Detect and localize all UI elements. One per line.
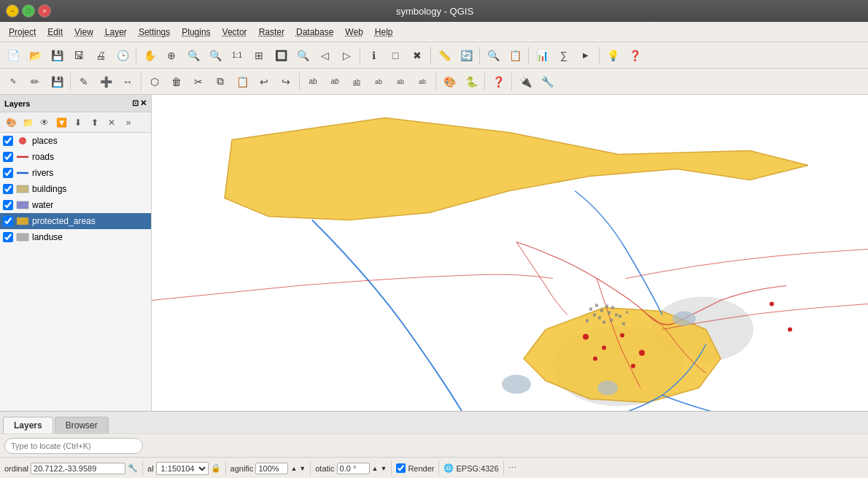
menu-item-project[interactable]: Project bbox=[3, 26, 42, 39]
save-edits-button[interactable]: 💾 bbox=[47, 72, 67, 92]
stat-button[interactable]: 📊 bbox=[532, 45, 552, 66]
layer-checkbox-water[interactable] bbox=[3, 200, 13, 210]
render-checkbox[interactable] bbox=[396, 463, 406, 473]
scale-select[interactable]: 1:150104 bbox=[156, 462, 209, 475]
node-tool-button[interactable]: ⬡ bbox=[144, 72, 165, 92]
menu-item-web[interactable]: Web bbox=[339, 26, 368, 39]
filter-layer-button[interactable]: 🔽 bbox=[53, 115, 69, 131]
layers-close-button[interactable]: ✕ bbox=[140, 99, 147, 108]
layer-checkbox-rivers[interactable] bbox=[3, 168, 13, 178]
layers-float-button[interactable]: ⊡ bbox=[132, 99, 139, 108]
menu-item-vector[interactable]: Vector bbox=[217, 26, 253, 39]
print-button[interactable]: 🖨 bbox=[90, 45, 111, 66]
copy-feature-button[interactable]: ⧉ bbox=[210, 72, 230, 92]
deselect-button[interactable]: ✖ bbox=[407, 45, 427, 66]
menu-item-help[interactable]: Help bbox=[369, 26, 399, 39]
qgis-help-button[interactable]: ❓ bbox=[488, 72, 508, 92]
expand-all-button[interactable]: ⬇ bbox=[70, 115, 86, 131]
rotation-input[interactable] bbox=[337, 463, 370, 474]
label5-btn[interactable]: ab bbox=[390, 72, 411, 92]
plugin1-button[interactable]: 🔌 bbox=[515, 72, 535, 92]
undo-history-button[interactable]: 🕒 bbox=[112, 45, 133, 66]
delete-selected-button[interactable]: 🗑 bbox=[166, 72, 187, 92]
script-button[interactable]: ▶ bbox=[576, 45, 596, 66]
move-feature-button[interactable]: ↔ bbox=[117, 72, 138, 92]
label2-btn[interactable]: ab bbox=[325, 72, 345, 92]
menu-item-raster[interactable]: Raster bbox=[253, 26, 290, 39]
layer-item-protected_areas[interactable]: protected_areas bbox=[0, 213, 151, 229]
digitize-button[interactable]: ✎ bbox=[74, 72, 94, 92]
label6-btn[interactable]: ab bbox=[412, 72, 433, 92]
rotation-up[interactable]: ▲ bbox=[372, 465, 379, 472]
zoom-full-button[interactable]: ⊞ bbox=[249, 45, 269, 66]
cut-feature-button[interactable]: ✂ bbox=[188, 72, 209, 92]
add-group-button[interactable]: 📁 bbox=[20, 115, 36, 131]
calc-button[interactable]: ∑ bbox=[554, 45, 574, 66]
rotation-down[interactable]: ▼ bbox=[380, 465, 387, 472]
select-button[interactable]: □ bbox=[385, 45, 406, 66]
epsg-seg[interactable]: 🌐 EPSG:4326 bbox=[443, 461, 503, 476]
menu-item-edit[interactable]: Edit bbox=[42, 26, 69, 39]
locate-input[interactable] bbox=[4, 438, 143, 454]
tips-button[interactable]: 💡 bbox=[602, 45, 623, 66]
layer-checkbox-landuse[interactable] bbox=[3, 232, 13, 242]
identify-button[interactable]: ℹ bbox=[363, 45, 384, 66]
open-button[interactable]: 📂 bbox=[25, 45, 45, 66]
measure-button[interactable]: 📏 bbox=[434, 45, 454, 66]
pan-button[interactable]: ✋ bbox=[139, 45, 160, 66]
new-project-button[interactable]: 📄 bbox=[3, 45, 23, 66]
help-button[interactable]: ❓ bbox=[624, 45, 645, 66]
current-edits-button[interactable]: ✎ bbox=[3, 72, 23, 92]
menu-item-view[interactable]: View bbox=[69, 26, 99, 39]
layer-item-water[interactable]: water bbox=[0, 197, 151, 213]
redo-button[interactable]: ↪ bbox=[276, 72, 296, 92]
browser-tab[interactable]: Browser bbox=[55, 417, 109, 433]
map-canvas[interactable] bbox=[152, 95, 868, 411]
add-feature-button[interactable]: ➕ bbox=[96, 72, 116, 92]
layer-checkbox-buildings[interactable] bbox=[3, 184, 13, 194]
zoom-selection-button[interactable]: 🔍 bbox=[292, 45, 313, 66]
menu-item-plugins[interactable]: Plugins bbox=[176, 26, 216, 39]
zoom-next-button[interactable]: ▷ bbox=[336, 45, 357, 66]
layer-item-rivers[interactable]: rivers bbox=[0, 165, 151, 181]
layer-item-roads[interactable]: roads bbox=[0, 149, 151, 165]
zoom-last-button[interactable]: ◁ bbox=[314, 45, 335, 66]
layer-item-landuse[interactable]: landuse bbox=[0, 229, 151, 245]
open-layer-style-button[interactable]: 🎨 bbox=[3, 115, 19, 131]
layer-checkbox-places[interactable] bbox=[3, 136, 13, 146]
edit-layer-button[interactable]: ✏ bbox=[25, 72, 45, 92]
remove-layer-button[interactable]: ✕ bbox=[104, 115, 120, 131]
plugin2-button[interactable]: 🔧 bbox=[537, 72, 557, 92]
maximize-button[interactable]: □ bbox=[22, 4, 35, 18]
style-manager-button[interactable]: 🎨 bbox=[439, 72, 460, 92]
label-btn[interactable]: ab bbox=[303, 72, 323, 92]
coordinate-input[interactable] bbox=[31, 463, 125, 474]
zoom-in-button[interactable]: 🔍 bbox=[183, 45, 204, 66]
layer-item-buildings[interactable]: buildings bbox=[0, 181, 151, 197]
python-button[interactable]: 🐍 bbox=[461, 72, 481, 92]
save-button[interactable]: 💾 bbox=[47, 45, 67, 66]
layer-checkbox-roads[interactable] bbox=[3, 152, 13, 162]
layers-more-button[interactable]: » bbox=[120, 115, 136, 131]
magnify-up[interactable]: ▲ bbox=[290, 465, 297, 472]
save-as-button[interactable]: 🖫 bbox=[69, 45, 89, 66]
layer-checkbox-protected_areas[interactable] bbox=[3, 216, 13, 226]
undo-button[interactable]: ↩ bbox=[254, 72, 274, 92]
magnify-input[interactable] bbox=[255, 463, 288, 474]
layers-tab[interactable]: Layers bbox=[3, 417, 53, 433]
zoom-out-button[interactable]: 🔍 bbox=[205, 45, 225, 66]
label3-btn[interactable]: ab bbox=[346, 72, 367, 92]
close-button[interactable]: × bbox=[38, 4, 51, 18]
zoom-layer-button[interactable]: 🔲 bbox=[271, 45, 291, 66]
attr-button[interactable]: 📋 bbox=[505, 45, 525, 66]
messages-seg[interactable]: ⋯ bbox=[508, 461, 521, 476]
menu-item-database[interactable]: Database bbox=[290, 26, 339, 39]
pan-to-selection-button[interactable]: ⊕ bbox=[161, 45, 182, 66]
layer-item-places[interactable]: places bbox=[0, 133, 151, 149]
label4-btn[interactable]: ab bbox=[368, 72, 389, 92]
magnify-down[interactable]: ▼ bbox=[299, 465, 306, 472]
collapse-all-button[interactable]: ⬆ bbox=[87, 115, 103, 131]
refresh-button[interactable]: 🔄 bbox=[456, 45, 476, 66]
find-button[interactable]: 🔍 bbox=[483, 45, 503, 66]
zoom-native-button[interactable]: 1:1 bbox=[227, 45, 247, 66]
